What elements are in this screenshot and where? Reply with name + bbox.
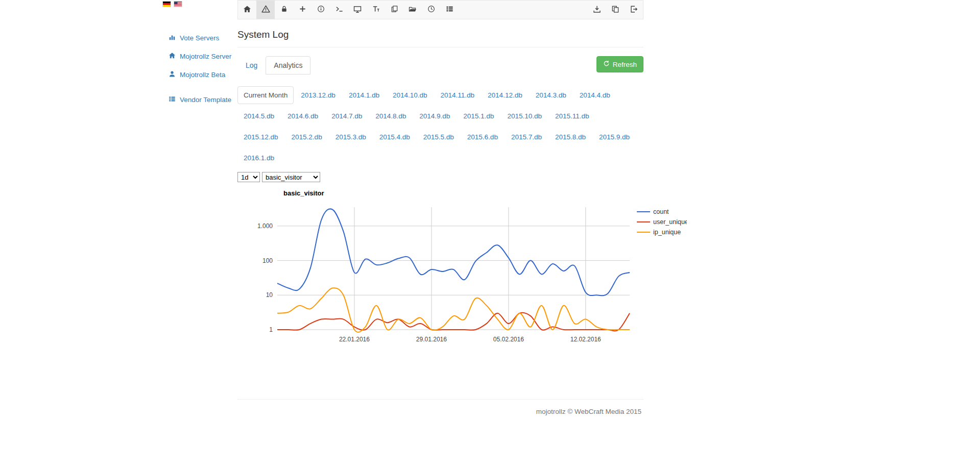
x-tick-label: 05.02.2016 — [493, 336, 524, 343]
logout-icon — [630, 5, 638, 15]
top-toolbar — [237, 0, 643, 19]
db-tab-2016-1-db[interactable]: 2016.1.db — [237, 149, 280, 167]
import-button[interactable] — [588, 1, 606, 19]
folder-button[interactable] — [403, 1, 422, 19]
metric-select[interactable]: basic_visitor — [262, 172, 320, 182]
legend-item-ip_unique[interactable]: ip_unique — [653, 229, 681, 236]
warning-icon — [261, 5, 270, 15]
add-button[interactable] — [293, 1, 312, 19]
user-icon — [169, 70, 176, 79]
db-tab-2015-6-db[interactable]: 2015.6.db — [461, 128, 504, 146]
y-tick-label: 10 — [266, 291, 273, 299]
y-tick-label: 100 — [262, 257, 273, 264]
clock-icon — [427, 5, 435, 14]
info-button[interactable] — [312, 1, 330, 19]
series-ip_unique — [277, 288, 630, 332]
legend-item-user_unique[interactable]: user_unique — [653, 218, 687, 226]
db-tab-2015-10-db[interactable]: 2015.10.db — [501, 107, 548, 125]
db-tab-2014-7-db[interactable]: 2014.7.db — [325, 107, 368, 125]
legend-item-count[interactable]: count — [653, 208, 669, 215]
db-tab-2014-6-db[interactable]: 2014.6.db — [281, 107, 324, 125]
sidebar-item-vendor-template[interactable]: Vendor Template — [169, 95, 237, 104]
db-tab-2014-11-db[interactable]: 2014.11.db — [435, 86, 481, 104]
db-tab-2015-5-db[interactable]: 2015.5.db — [417, 128, 460, 146]
y-tick-label: 1 — [269, 326, 273, 333]
sidebar-item-mojotrollz-beta[interactable]: Mojotrollz Beta — [169, 70, 237, 79]
db-tab-2015-3-db[interactable]: 2015.3.db — [329, 128, 372, 146]
db-tab-2013-12-db[interactable]: 2013.12.db — [295, 86, 342, 104]
tab-log[interactable]: Log — [237, 56, 266, 75]
files-icon — [391, 5, 398, 14]
text-button[interactable] — [367, 1, 385, 19]
db-tab-2015-11-db[interactable]: 2015.11.db — [549, 107, 595, 125]
sidebar-item-vote-servers[interactable]: Vote Servers — [169, 34, 237, 42]
x-tick-label: 29.01.2016 — [416, 336, 447, 343]
db-tab-2014-8-db[interactable]: 2014.8.db — [369, 107, 412, 125]
line-chart-svg: 1101001.00022.01.201629.01.201605.02.201… — [237, 184, 687, 349]
sidebar-item-mojotrollz-server[interactable]: Mojotrollz Server — [169, 52, 237, 61]
db-tab-2015-9-db[interactable]: 2015.9.db — [593, 128, 636, 146]
lock-icon — [280, 5, 288, 14]
copy-icon — [611, 5, 619, 15]
analytics-chart: 1101001.00022.01.201629.01.201605.02.201… — [237, 184, 643, 350]
logout-button[interactable] — [625, 1, 643, 19]
console-button[interactable] — [330, 1, 348, 19]
sidebar-item-label: Vendor Template — [180, 96, 231, 104]
home-icon — [169, 52, 176, 61]
bar-chart-icon — [169, 34, 176, 42]
db-tab-2015-12-db[interactable]: 2015.12.db — [237, 128, 284, 146]
db-tab-2014-9-db[interactable]: 2014.9.db — [413, 107, 456, 125]
series-count — [277, 209, 630, 295]
system-log-button[interactable] — [256, 1, 275, 19]
db-tab-2014-10-db[interactable]: 2014.10.db — [387, 86, 434, 104]
duplicate-button[interactable] — [606, 1, 625, 19]
page-title: System Log — [237, 29, 643, 40]
folder-open-icon — [409, 5, 417, 15]
db-tab-2014-5-db[interactable]: 2014.5.db — [237, 107, 280, 125]
th-list-icon — [446, 5, 453, 14]
main-content: System Log Log Analytics Refresh Current… — [237, 0, 643, 436]
lock-button[interactable] — [275, 1, 293, 19]
db-tab-2014-4-db[interactable]: 2014.4.db — [573, 86, 616, 104]
db-tab-2015-7-db[interactable]: 2015.7.db — [505, 128, 548, 146]
refresh-icon — [603, 60, 610, 68]
history-button[interactable] — [422, 1, 440, 19]
files-button[interactable] — [385, 1, 403, 19]
info-icon — [317, 5, 325, 14]
view-tabs: Log Analytics Refresh — [237, 56, 643, 75]
terminal-icon — [336, 5, 343, 14]
list-icon — [169, 95, 176, 104]
db-tab-2015-8-db[interactable]: 2015.8.db — [549, 128, 592, 146]
db-tab-2015-1-db[interactable]: 2015.1.db — [457, 107, 500, 125]
display-icon — [353, 5, 362, 15]
refresh-label: Refresh — [613, 61, 637, 68]
db-tab-current-month[interactable]: Current Month — [237, 86, 294, 104]
list-button[interactable] — [440, 1, 459, 19]
db-tab-2015-2-db[interactable]: 2015.2.db — [285, 128, 328, 146]
db-tab-2014-12-db[interactable]: 2014.12.db — [482, 86, 529, 104]
display-button[interactable] — [348, 1, 367, 19]
refresh-button[interactable]: Refresh — [596, 56, 643, 72]
plus-icon — [299, 5, 306, 14]
language-switcher — [162, 1, 182, 7]
toolbar-spacer — [459, 1, 588, 19]
db-tab-2014-1-db[interactable]: 2014.1.db — [343, 86, 386, 104]
y-tick-label: 1.000 — [257, 222, 273, 230]
db-tab-2014-3-db[interactable]: 2014.3.db — [530, 86, 572, 104]
db-tabs: Current Month2013.12.db2014.1.db2014.10.… — [237, 86, 643, 170]
db-tab-2015-4-db[interactable]: 2015.4.db — [373, 128, 416, 146]
us-flag-icon[interactable] — [174, 1, 182, 7]
interval-select[interactable]: 1d — [237, 172, 260, 182]
home-button[interactable] — [238, 1, 256, 19]
chart-controls: 1d basic_visitor — [237, 172, 643, 182]
title-divider — [237, 47, 643, 47]
text-height-icon — [372, 5, 380, 14]
german-flag-icon[interactable] — [162, 1, 171, 7]
sidebar-item-label: Vote Servers — [180, 34, 219, 42]
footer-copyright: mojotrollz © WebCraft Media 2015 — [237, 400, 643, 436]
sidebar-item-label: Mojotrollz Beta — [180, 71, 225, 79]
tab-analytics[interactable]: Analytics — [266, 56, 310, 75]
sidebar-item-label: Mojotrollz Server — [180, 53, 231, 60]
home-icon — [243, 5, 251, 15]
x-tick-label: 12.02.2016 — [570, 336, 601, 343]
